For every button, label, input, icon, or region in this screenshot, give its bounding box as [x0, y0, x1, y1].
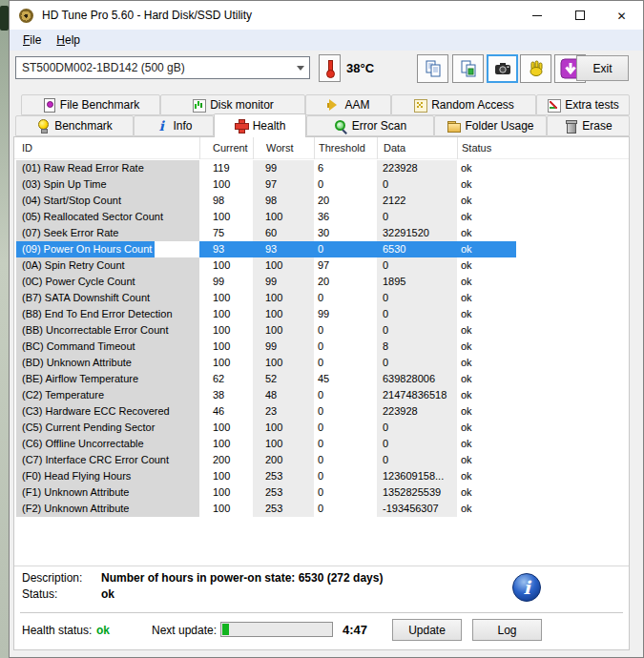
copy-report-button[interactable] [452, 54, 484, 83]
attribute-current: 62 [213, 373, 224, 384]
table-row[interactable]: (BB) Uncorrectable Error Count 100 100 0… [14, 322, 629, 339]
temperature-button[interactable] [319, 54, 341, 82]
column-header-id[interactable]: ID [16, 137, 199, 159]
table-row[interactable]: (05) Reallocated Sector Count 100 100 36… [14, 209, 629, 225]
table-row[interactable]: (C2) Temperature 38 48 0 21474836518 ok [14, 387, 629, 403]
maximize-button[interactable] [558, 1, 601, 30]
attribute-data: 639828006 [383, 373, 435, 384]
attribute-current: 98 [213, 195, 224, 206]
attribute-data: 0 [383, 308, 388, 319]
attribute-status: ok [461, 503, 472, 514]
table-row[interactable]: (03) Spin Up Time 100 97 0 0 ok [14, 176, 629, 193]
description-value: Number of hours in power-on state: 6530 … [101, 571, 383, 585]
attribute-threshold: 0 [318, 178, 323, 190]
tab-file-benchmark[interactable]: File Benchmark [21, 94, 160, 115]
attribute-threshold: 20 [318, 195, 329, 206]
attribute-data: 0 [383, 357, 388, 368]
screenshot-button[interactable] [487, 54, 518, 83]
next-update-progressbar [220, 622, 333, 637]
attribute-data: 123609158... [383, 470, 444, 482]
menu-file[interactable]: File [15, 31, 49, 49]
attribute-status: ok [461, 357, 472, 368]
tab-error-scan[interactable]: Error Scan [306, 115, 434, 136]
attribute-current: 100 [213, 178, 230, 190]
attribute-threshold: 99 [318, 308, 329, 319]
table-row[interactable]: (01) Raw Read Error Rate 119 99 6 223928… [14, 160, 629, 176]
attribute-data: 0 [383, 438, 388, 449]
attribute-id: (C2) Temperature [22, 389, 104, 401]
attribute-id: (BC) Command Timeout [22, 340, 135, 352]
column-header-worst[interactable]: Worst [253, 137, 314, 159]
drive-select[interactable]: ST500DM002-1BD142 (500 gB) [15, 56, 310, 79]
minimize-button[interactable] [515, 1, 558, 30]
table-row[interactable]: (B8) End To End Error Detection 100 100 … [14, 306, 629, 322]
table-row[interactable]: (C6) Offline Uncorrectable 100 100 0 0 o… [14, 436, 629, 452]
table-row[interactable]: (F0) Head Flying Hours 100 253 0 1236091… [14, 468, 629, 484]
exit-button[interactable]: Exit [576, 55, 629, 81]
table-row[interactable]: (0A) Spin Retry Count 100 100 97 0 ok [14, 257, 629, 274]
attribute-status: ok [461, 486, 472, 498]
column-header-status[interactable]: Status [457, 137, 530, 159]
log-button[interactable]: Log [472, 619, 542, 641]
table-row[interactable]: (07) Seek Error Rate 75 60 30 32291520 o… [14, 225, 629, 241]
tab-extra-tests[interactable]: Extra tests [536, 94, 630, 115]
attribute-threshold: 0 [318, 292, 323, 303]
attribute-worst: 100 [265, 259, 282, 271]
attribute-worst: 200 [265, 454, 282, 465]
tab-row-secondary: File Benchmark Disk monitor AAM Random A… [21, 94, 630, 115]
table-row[interactable]: (F2) Unknown Attribute 100 253 0 -193456… [14, 501, 629, 517]
table-row[interactable]: (C5) Current Pending Sector 100 100 0 0 … [14, 420, 629, 436]
attribute-current: 100 [213, 486, 230, 498]
table-row[interactable]: (B7) SATA Downshift Count 100 100 0 0 ok [14, 290, 629, 306]
attribute-status: ok [461, 276, 472, 287]
hand-icon [527, 59, 546, 78]
attribute-status: ok [461, 211, 472, 222]
tab-erase[interactable]: Erase [547, 115, 630, 136]
tab-disk-monitor[interactable]: Disk monitor [160, 94, 305, 115]
table-row[interactable]: (C7) Interface CRC Error Count 200 200 0… [14, 452, 629, 468]
health-status-label: Health status: [22, 624, 92, 637]
tab-aam[interactable]: AAM [305, 94, 391, 115]
tab-health[interactable]: Health [214, 113, 306, 137]
attribute-status: ok [461, 308, 472, 319]
info-circle-icon[interactable]: i [511, 572, 542, 603]
tab-benchmark[interactable]: Benchmark [15, 115, 134, 136]
table-row[interactable]: (C3) Hardware ECC Recovered 46 23 0 2239… [14, 403, 629, 420]
attribute-current: 100 [213, 324, 230, 336]
table-row[interactable]: (BC) Command Timeout 100 99 0 8 ok [14, 339, 629, 355]
attribute-worst: 100 [265, 324, 282, 336]
table-row[interactable]: (04) Start/Stop Count 98 98 20 2122 ok [14, 193, 629, 209]
tab-random-access[interactable]: Random Access [391, 94, 536, 115]
menu-help[interactable]: Help [49, 31, 88, 49]
attribute-id: (07) Seek Error Rate [22, 227, 118, 238]
erase-icon [564, 119, 577, 133]
attribute-threshold: 20 [318, 276, 329, 287]
copy-text-button[interactable] [417, 54, 448, 83]
update-button[interactable]: Update [392, 619, 462, 641]
attribute-worst: 100 [265, 308, 282, 319]
manual-button[interactable] [520, 54, 551, 83]
close-button[interactable] [600, 1, 643, 30]
attribute-threshold: 0 [318, 243, 323, 255]
column-header-data[interactable]: Data [377, 137, 457, 159]
attribute-current: 200 [213, 454, 230, 465]
table-row[interactable]: (09) Power On Hours Count 93 93 0 6530 o… [14, 241, 629, 257]
attribute-current: 99 [213, 276, 224, 287]
column-header-current[interactable]: Current [199, 137, 253, 159]
titlebar: HD Tune Pro 5.60 - Hard Disk/SSD Utility [10, 1, 643, 30]
attribute-status: ok [461, 259, 472, 271]
attribute-worst: 98 [265, 195, 277, 206]
attribute-threshold: 0 [318, 486, 323, 498]
attribute-status: ok [461, 292, 472, 303]
tab-folder-usage[interactable]: Folder Usage [434, 115, 547, 136]
table-row[interactable]: (BD) Unknown Attribute 100 100 0 0 ok [14, 355, 629, 371]
table-row[interactable]: (F1) Unknown Attribute 100 253 0 1352825… [14, 484, 629, 501]
attribute-threshold: 0 [318, 340, 323, 352]
column-header-threshold[interactable]: Threshold [314, 137, 377, 159]
thermometer-icon [325, 60, 334, 77]
table-row[interactable]: (BE) Airflow Temperature 62 52 45 639828… [14, 371, 629, 387]
tab-info[interactable]: Info [134, 115, 214, 136]
table-row[interactable]: (0C) Power Cycle Count 99 99 20 1895 ok [14, 274, 629, 290]
attribute-id: (05) Reallocated Sector Count [22, 211, 163, 222]
attribute-worst: 100 [265, 422, 282, 433]
